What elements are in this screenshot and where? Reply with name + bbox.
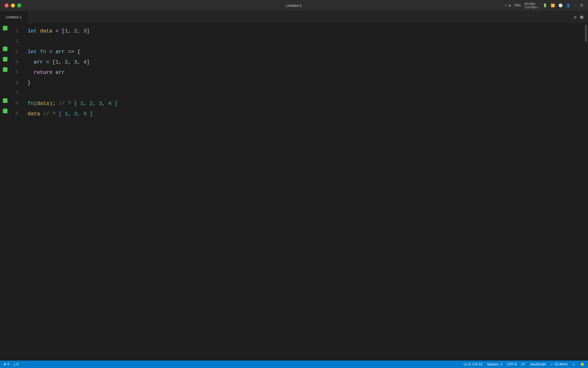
window-title: Untitled-1 xyxy=(286,3,302,8)
debug-dot-1 xyxy=(3,26,7,30)
wifi-icon: 📶 xyxy=(551,3,555,7)
battery-status: 74% xyxy=(514,3,521,7)
code-line-4: 4 arr = [1, 2, 3, 4] xyxy=(0,57,584,67)
warning-icon: △ xyxy=(13,362,16,366)
code-line-6: 6 } xyxy=(0,78,584,88)
feedback-icon[interactable]: ☺ xyxy=(572,362,576,366)
performance: ✓ 16.46ms xyxy=(550,362,567,366)
debug-dot-4 xyxy=(3,57,7,62)
minimize-button[interactable] xyxy=(11,3,15,7)
status-right: Ln 9, Col 10 Spaces: 2 UTF-8 LF JavaScri… xyxy=(464,362,585,366)
code-lines: 1 let data = [1, 2, 3] 2 3 let fn = arr … xyxy=(0,26,584,119)
line-number-8: 8 xyxy=(10,98,25,109)
line-1-content: let data = [1, 2, 3] xyxy=(25,26,584,36)
line-4-content: arr = [1, 2, 3, 4] xyxy=(25,57,584,67)
code-line-8: 8 fn(data); // ? [ 1, 2, 3, 4 ] xyxy=(0,98,584,109)
editor-content[interactable]: 1 let data = [1, 2, 3] 2 3 let fn = arr … xyxy=(0,24,584,361)
tab-label: Untitled-1 xyxy=(6,15,22,19)
line-6-content: } xyxy=(25,78,584,88)
user-icon: 👤 xyxy=(566,3,570,7)
line-number-5: 5 xyxy=(10,67,25,78)
line-number-6: 6 xyxy=(10,78,25,88)
cursor-position[interactable]: Ln 9, Col 10 xyxy=(464,362,482,366)
code-line-9: 9 data // ? [ 1, 2, 3 ] xyxy=(0,109,584,119)
debug-indicator-9 xyxy=(0,109,10,113)
notification-icon[interactable]: 🔔 xyxy=(580,362,585,366)
code-line-7: 7 xyxy=(0,88,584,98)
battery-icon: 🔋 xyxy=(543,3,547,7)
line-3-content: let fn = arr => { xyxy=(25,47,584,57)
code-line-2: 2 xyxy=(0,36,584,47)
indentation[interactable]: Spaces: 2 xyxy=(487,362,502,366)
debug-indicator-1 xyxy=(0,26,10,30)
code-line-3: 3 let fn = arr => { xyxy=(0,47,584,57)
traffic-lights xyxy=(5,3,21,7)
titlebar-left xyxy=(5,3,21,7)
line-number-2: 2 xyxy=(10,36,25,47)
list-icon: ☰ xyxy=(580,3,583,7)
debug-dot-8 xyxy=(3,98,7,103)
tab-bar: Untitled-1 ⊞ xyxy=(0,11,588,24)
language-mode[interactable]: JavaScript xyxy=(530,362,546,366)
editor-area: 1 let data = [1, 2, 3] 2 3 let fn = arr … xyxy=(0,24,588,361)
line-9-content: data // ? [ 1, 2, 3 ] xyxy=(25,109,584,119)
scrollbar-track[interactable] xyxy=(584,24,588,361)
line-number-4: 4 xyxy=(10,57,25,67)
line-number-3: 3 xyxy=(10,47,25,57)
debug-indicator-8 xyxy=(0,98,10,103)
line-number-9: 9 xyxy=(10,109,25,119)
debug-dot-9 xyxy=(3,109,7,113)
network-speed: 49 KB/s718 KB/s ↑ xyxy=(524,2,539,9)
debug-indicator-4 xyxy=(0,57,10,62)
scrollbar-thumb[interactable] xyxy=(585,25,587,42)
titlebar: Untitled-1 V ◀ 74% 49 KB/s718 KB/s ↑ 🔋 📶… xyxy=(0,0,588,11)
warning-number: 0 xyxy=(17,362,19,366)
debug-dot-3 xyxy=(3,47,7,51)
debug-indicator-5 xyxy=(0,67,10,72)
line-ending[interactable]: LF xyxy=(521,362,525,366)
debug-dot-5 xyxy=(3,67,7,72)
more-icon: ··· xyxy=(574,3,577,7)
line-5-content: return arr xyxy=(25,67,584,78)
line-number-1: 1 xyxy=(10,26,25,36)
error-number: 0 xyxy=(7,362,9,366)
status-bar: ⊗ 0 △ 0 Ln 9, Col 10 Spaces: 2 UTF-8 LF … xyxy=(0,361,588,368)
error-icon: ⊗ xyxy=(3,362,6,366)
code-line-1: 1 let data = [1, 2, 3] xyxy=(0,26,584,36)
clock-icon: 🕐 xyxy=(558,3,563,7)
vscode-icon: V ◀ xyxy=(504,3,510,7)
debug-indicator-3 xyxy=(0,47,10,51)
close-button[interactable] xyxy=(5,3,9,7)
encoding[interactable]: UTF-8 xyxy=(507,362,517,366)
system-status: V ◀ 74% 49 KB/s718 KB/s ↑ 🔋 📶 🕐 👤 ··· ☰ xyxy=(504,2,583,9)
line-number-7: 7 xyxy=(10,88,25,98)
maximize-button[interactable] xyxy=(17,3,21,7)
code-line-5: 5 return arr xyxy=(0,67,584,78)
line-8-content: fn(data); // ? [ 1, 2, 3, 4 ] xyxy=(25,98,584,109)
tab-untitled-1[interactable]: Untitled-1 xyxy=(0,11,28,23)
error-count[interactable]: ⊗ 0 △ 0 xyxy=(3,362,18,366)
split-editor-button[interactable]: ⊞ xyxy=(569,11,588,23)
